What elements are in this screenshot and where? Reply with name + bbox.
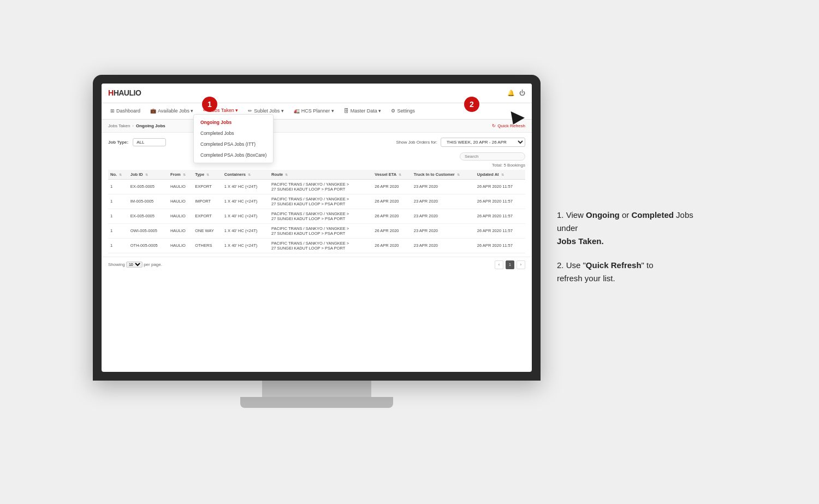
col-route: Route ⇅ <box>269 170 372 180</box>
truck-icon: 🚛 <box>294 108 300 114</box>
monitor-screen: HHAULIO 🔔 ⏻ ⊞ Dashboard 💼 Availa <box>102 84 532 372</box>
show-for-row: Show Job Orders for: THIS WEEK, 20 APR -… <box>396 138 525 147</box>
nav-item-hcs-planner[interactable]: 🚛 HCS Planner ▾ <box>289 106 339 116</box>
header-icons: 🔔 ⏻ <box>507 90 525 97</box>
col-vessel-eta: Vessel ETA ⇅ <box>372 170 411 180</box>
total-bookings: Total: 5 Bookings <box>108 163 525 168</box>
database-icon: 🗄 <box>344 108 349 114</box>
dropdown-menu: Ongoing Jobs Completed Jobs Completed PS… <box>193 114 274 163</box>
notification-icon[interactable]: 🔔 <box>507 90 515 97</box>
breadcrumb: Jobs Taken › Ongoing Jobs <box>108 123 165 128</box>
table-row: 1OWI-005-0005HAULIOONE WAY1 X 40' HC (<2… <box>108 223 525 238</box>
col-no: No. ⇅ <box>108 170 128 180</box>
search-input[interactable] <box>460 152 525 161</box>
data-table: No. ⇅ Job ID ⇅ From ⇅ Type ⇅ Containers … <box>108 170 525 253</box>
job-type-label: Job Type: <box>108 140 128 145</box>
dropdown-item-ongoing[interactable]: Ongoing Jobs <box>194 117 273 128</box>
col-updated-at: Updated At ⇅ <box>475 170 525 180</box>
monitor-body: HHAULIO 🔔 ⏻ ⊞ Dashboard 💼 Availa <box>93 75 541 381</box>
table-row: 1EX-005-0005HAULIOEXPORT1 X 40' HC (<24T… <box>108 179 525 194</box>
table-row: 1EX-005-0005HAULIOEXPORT1 X 40' HC (<24T… <box>108 209 525 223</box>
bold-completed: Completed <box>631 210 674 220</box>
instruction-1: 1. View Ongoing or Completed Jobs under … <box>557 209 710 248</box>
col-job-id: Job ID ⇅ <box>128 170 168 180</box>
pagination-bar: Showing 10 25 50 per page. ‹ 1 › <box>102 257 532 272</box>
grid-icon: ⊞ <box>110 108 115 114</box>
col-containers: Containers ⇅ <box>222 170 269 180</box>
showing-text: Showing 10 25 50 per page. <box>108 262 162 268</box>
col-type: Type ⇅ <box>193 170 222 180</box>
dropdown-item-psa-itt[interactable]: Completed PSA Jobs (ITT) <box>194 139 273 150</box>
badge-1: 1 <box>202 97 217 112</box>
date-range-select[interactable]: THIS WEEK, 20 APR - 26 APR <box>441 138 525 147</box>
bold-ongoing: Ongoing <box>586 210 620 220</box>
nav-item-master-data[interactable]: 🗄 Master Data ▾ <box>340 106 386 116</box>
instruction-2: 2. Use "Quick Refresh" to refresh your l… <box>557 259 710 285</box>
nav-item-available-jobs[interactable]: 💼 Available Jobs ▾ <box>146 106 198 116</box>
page-1-button[interactable]: 1 <box>506 260 514 269</box>
col-truck-in: Truck In to Customer ⇅ <box>412 170 475 180</box>
monitor-stand-base <box>240 397 393 408</box>
page-wrapper: HHAULIO 🔔 ⏻ ⊞ Dashboard 💼 Availa <box>0 0 819 504</box>
instructions-panel: 1. View Ongoing or Completed Jobs under … <box>541 198 726 307</box>
sublet-icon: ✏ <box>248 108 252 114</box>
main-content: Job Type: ALL EXPORT IMPORT ONE WAY OTHE… <box>102 133 532 257</box>
badge-2: 2 <box>464 97 479 112</box>
dropdown-item-completed[interactable]: Completed Jobs <box>194 128 273 139</box>
filter-row: Job Type: ALL EXPORT IMPORT ONE WAY OTHE… <box>108 136 525 149</box>
logout-icon[interactable]: ⏻ <box>519 90 525 96</box>
per-page-select[interactable]: 10 25 50 <box>126 262 143 268</box>
col-from: From ⇅ <box>168 170 193 180</box>
job-type-select[interactable]: ALL EXPORT IMPORT ONE WAY OTHERS <box>133 138 166 146</box>
next-page-button[interactable]: › <box>517 260 525 269</box>
gear-icon: ⚙ <box>391 108 395 114</box>
breadcrumb-bar: Jobs Taken › Ongoing Jobs ↻ Quick Refres… <box>102 120 532 133</box>
briefcase-icon: 💼 <box>150 108 156 114</box>
search-bar <box>108 152 525 161</box>
nav-item-dashboard[interactable]: ⊞ Dashboard <box>106 106 145 116</box>
table-row: 1OTH-005-0005HAULIOOTHERS1 X 40' HC (<24… <box>108 238 525 253</box>
bold-quick-refresh: Quick Refresh <box>586 260 642 270</box>
refresh-icon: ↻ <box>492 123 496 128</box>
breadcrumb-parent[interactable]: Jobs Taken <box>108 123 130 128</box>
dropdown-item-psa-boxcare[interactable]: Completed PSA Jobs (BoxCare) <box>194 150 273 161</box>
job-type-filter: Job Type: ALL EXPORT IMPORT ONE WAY OTHE… <box>108 138 166 146</box>
table-row: 1IM-005-0005HAULIOIMPORT1 X 40' HC (<24T… <box>108 194 525 209</box>
breadcrumb-separator: › <box>132 123 134 128</box>
monitor-stand-top <box>262 381 371 397</box>
pagination-buttons: ‹ 1 › <box>495 260 525 269</box>
table-header-row: No. ⇅ Job ID ⇅ From ⇅ Type ⇅ Containers … <box>108 170 525 180</box>
logo: HHAULIO <box>108 88 141 97</box>
monitor: HHAULIO 🔔 ⏻ ⊞ Dashboard 💼 Availa <box>93 75 541 430</box>
bold-jobs-taken: Jobs Taken. <box>557 236 604 246</box>
nav-item-settings[interactable]: ⚙ Settings <box>387 106 419 116</box>
prev-page-button[interactable]: ‹ <box>495 260 503 269</box>
show-for-label: Show Job Orders for: <box>396 140 437 145</box>
breadcrumb-current: Ongoing Jobs <box>136 123 165 128</box>
